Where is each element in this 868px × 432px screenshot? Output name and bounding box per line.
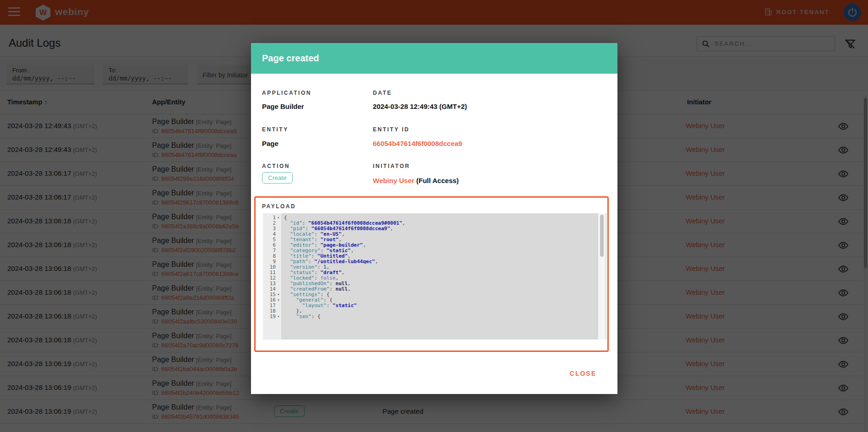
- application-value: Page Builder: [262, 103, 304, 110]
- token-p: :: [329, 286, 335, 292]
- close-button[interactable]: CLOSE: [566, 367, 600, 380]
- editor-scrollbar[interactable]: [598, 213, 606, 340]
- action-create-badge: Create: [262, 172, 293, 184]
- fold-spacer: [276, 221, 281, 226]
- token-p: :: [311, 313, 317, 319]
- entity-label: ENTITY: [262, 126, 289, 133]
- fold-spacer: [276, 254, 281, 259]
- entity-value: Page: [262, 140, 278, 147]
- code-line: 19▾ "seo": {: [263, 314, 591, 319]
- date-value: 2024-03-28 12:49:43 (GMT+2): [373, 103, 467, 110]
- fold-spacer: [276, 308, 281, 314]
- token-p: ,: [375, 259, 378, 265]
- fold-spacer: [276, 243, 281, 248]
- fold-spacer: [276, 270, 281, 275]
- fold-spacer: [276, 226, 281, 232]
- payload-highlight-box: PAYLOAD 1▾{2 "id": "66054b47614f6f0008dc…: [254, 196, 609, 352]
- editor-scrollbar-thumb[interactable]: [600, 215, 604, 257]
- entity-id-link[interactable]: 66054b47614f6f0008dccea9: [373, 140, 462, 147]
- application-label: APPLICATION: [262, 90, 311, 96]
- code-text: "seo": {: [281, 314, 321, 319]
- editor-lines: 1▾{2 "id": "66054b47614f6f0008dccea9#000…: [263, 215, 591, 319]
- token-p: ,: [402, 220, 405, 226]
- initiator-value: Webiny User (Full Access): [373, 177, 459, 184]
- fold-spacer: [276, 303, 281, 308]
- token-s: "static": [333, 302, 357, 308]
- token-p: {: [317, 313, 321, 319]
- token-p: ,: [351, 248, 354, 254]
- token-p: ,: [342, 231, 345, 237]
- token-p: ,: [363, 242, 366, 248]
- fold-spacer: [276, 265, 281, 270]
- token-p: ,: [342, 270, 345, 275]
- fold-spacer: [276, 237, 281, 243]
- line-number: 19: [263, 314, 276, 319]
- dialog-title: Page created: [262, 53, 319, 64]
- initiator-label: INITIATOR: [373, 163, 410, 169]
- fold-arrow-icon[interactable]: ▾: [276, 314, 281, 319]
- token-k: "layout": [302, 302, 327, 308]
- fold-arrow-icon[interactable]: ▾: [276, 215, 281, 221]
- fold-spacer: [276, 275, 281, 281]
- payload-code-editor[interactable]: 1▾{2 "id": "66054b47614f6f0008dccea9#000…: [263, 213, 606, 340]
- fold-spacer: [276, 248, 281, 254]
- fold-spacer: [276, 232, 281, 237]
- token-p: ,: [348, 286, 351, 292]
- token-k: "seo": [296, 313, 311, 319]
- fold-arrow-icon[interactable]: ▾: [276, 297, 281, 303]
- fold-spacer: [276, 259, 281, 265]
- token-p: ,: [390, 226, 393, 232]
- token-p: :: [327, 302, 333, 308]
- initiator-access: (Full Access): [415, 177, 459, 184]
- dialog-header: Page created: [251, 43, 617, 74]
- payload-label: PAYLOAD: [262, 203, 296, 210]
- fold-spacer: [276, 281, 281, 286]
- fold-arrow-icon[interactable]: ▾: [276, 292, 281, 297]
- date-label: DATE: [373, 90, 392, 96]
- action-label: ACTION: [262, 163, 290, 169]
- audit-log-detail-dialog: Page created APPLICATION Page Builder DA…: [251, 43, 617, 394]
- initiator-link[interactable]: Webiny User: [373, 177, 415, 184]
- token-u: null: [336, 286, 348, 292]
- entity-id-label: ENTITY ID: [373, 126, 409, 133]
- code-line: 17 "layout": "static": [263, 303, 591, 308]
- token-p: [284, 313, 296, 319]
- fold-spacer: [276, 286, 281, 292]
